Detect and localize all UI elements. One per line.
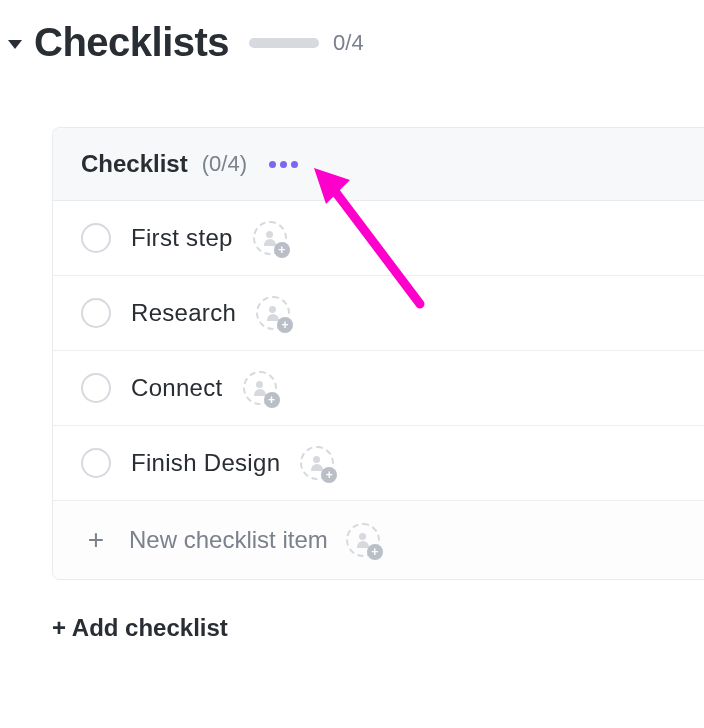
plus-badge-icon: + bbox=[274, 242, 290, 258]
plus-badge-icon: + bbox=[321, 467, 337, 483]
assign-user-button[interactable]: + bbox=[346, 523, 380, 557]
checkbox[interactable] bbox=[81, 223, 111, 253]
assign-user-button[interactable]: + bbox=[253, 221, 287, 255]
assign-user-button[interactable]: + bbox=[243, 371, 277, 405]
section-title: Checklists bbox=[34, 20, 229, 65]
new-item-placeholder: New checklist item bbox=[129, 526, 328, 554]
checkbox[interactable] bbox=[81, 373, 111, 403]
assign-user-button[interactable]: + bbox=[256, 296, 290, 330]
checklist-item-label[interactable]: Connect bbox=[131, 374, 223, 402]
dot-icon bbox=[291, 161, 298, 168]
plus-icon: + bbox=[81, 526, 111, 554]
checkbox[interactable] bbox=[81, 448, 111, 478]
plus-badge-icon: + bbox=[264, 392, 280, 408]
checklist-item-row[interactable]: Finish Design + bbox=[53, 426, 704, 501]
plus-badge-icon: + bbox=[367, 544, 383, 560]
checklist-item-label[interactable]: Research bbox=[131, 299, 236, 327]
more-options-button[interactable] bbox=[263, 155, 304, 174]
plus-badge-icon: + bbox=[277, 317, 293, 333]
dot-icon bbox=[280, 161, 287, 168]
checklist-card: Checklist (0/4) First step + Research + bbox=[52, 127, 704, 580]
checkbox[interactable] bbox=[81, 298, 111, 328]
progress-indicator: 0/4 bbox=[249, 30, 364, 56]
checklist-item-row[interactable]: Connect + bbox=[53, 351, 704, 426]
assign-user-button[interactable]: + bbox=[300, 446, 334, 480]
add-checklist-button[interactable]: + Add checklist bbox=[52, 614, 704, 642]
checklist-item-row[interactable]: Research + bbox=[53, 276, 704, 351]
checklists-section-header: Checklists 0/4 bbox=[0, 0, 704, 79]
checklist-card-header: Checklist (0/4) bbox=[53, 128, 704, 201]
progress-bar bbox=[249, 38, 319, 48]
new-checklist-item-row[interactable]: + New checklist item + bbox=[53, 501, 704, 579]
checklist-item-row[interactable]: First step + bbox=[53, 201, 704, 276]
checklist-title[interactable]: Checklist bbox=[81, 150, 188, 178]
progress-count: 0/4 bbox=[333, 30, 364, 56]
checklist-item-label[interactable]: Finish Design bbox=[131, 449, 280, 477]
dot-icon bbox=[269, 161, 276, 168]
checklist-item-label[interactable]: First step bbox=[131, 224, 233, 252]
collapse-caret-icon[interactable] bbox=[8, 40, 22, 49]
checklist-count: (0/4) bbox=[202, 151, 247, 177]
